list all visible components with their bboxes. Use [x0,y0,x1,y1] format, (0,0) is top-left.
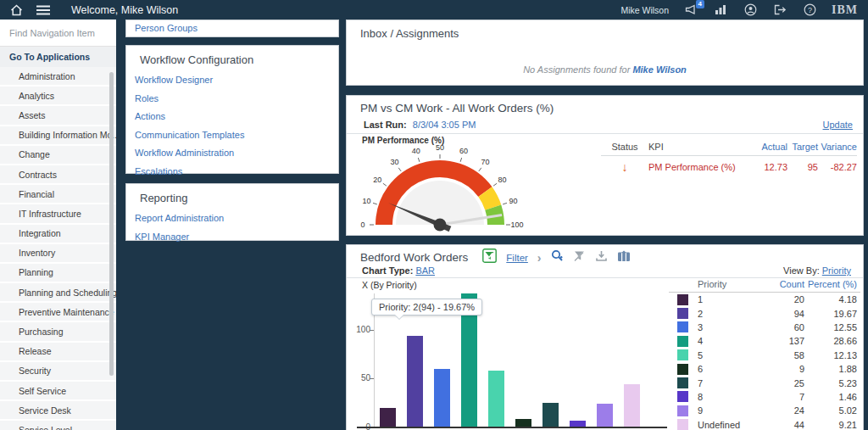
col-actual[interactable]: Actual [750,142,787,152]
table-row[interactable]: 55812.13 [669,349,860,362]
col-percent[interactable]: Percent (%) [804,279,857,289]
gauge-tick-label: 60 [459,147,468,155]
search-input[interactable] [0,20,116,47]
cell-count: 24 [762,405,804,416]
sidebar-item[interactable]: Contracts [0,165,116,183]
sidebar-item[interactable]: Planning and Scheduling [0,283,116,301]
col-status[interactable]: Status [601,142,648,152]
gauge-segment [485,192,492,207]
bar[interactable] [597,404,613,427]
card-title: Inbox / Assignments [360,27,459,40]
view-by-link[interactable]: Priority [822,265,851,276]
announcement-icon[interactable]: 4 [683,3,698,17]
col-priority[interactable]: Priority [698,279,762,289]
home-icon[interactable] [8,3,24,17]
bar[interactable] [488,371,504,427]
filter-link[interactable]: Filter [506,253,528,263]
cell-count: 58 [762,350,804,360]
gauge-tick-label: 40 [412,147,420,155]
y-axis-tick [370,378,374,379]
table-row[interactable]: 413728.66 [669,334,860,348]
update-link[interactable]: Update [823,120,853,130]
navbar-username[interactable]: Mike Wilson [620,5,669,15]
sidebar-item[interactable]: Administration [0,67,116,85]
sidebar-item[interactable]: Assets [0,106,116,124]
card-link[interactable]: Actions [135,111,338,121]
bar[interactable] [624,384,640,427]
color-swatch [677,391,688,402]
card-link[interactable]: Escalations [135,166,338,176]
chart-type-link[interactable]: BAR [415,265,435,276]
col-count[interactable]: Count [762,279,804,289]
sidebar-item[interactable]: IT Infrastructure [0,204,116,222]
menu-icon[interactable] [36,3,51,17]
bar[interactable] [380,408,396,427]
color-swatch-cell [669,405,698,416]
person-groups-link[interactable]: Person Groups [135,23,198,33]
color-swatch [677,308,688,319]
ibm-logo: IBM [832,3,858,17]
cell-count: 44 [762,420,804,430]
gauge-tick-label: 10 [362,197,370,205]
card-link[interactable]: KPI Manager [135,232,338,242]
color-swatch-cell [669,364,698,375]
table-row[interactable]: 7255.23 [669,376,860,389]
card-link[interactable]: Communication Templates [135,130,338,140]
col-target[interactable]: Target [787,142,818,152]
view-by: View By: Priority [783,265,851,276]
sidebar-item[interactable]: Inventory [0,244,116,262]
workflow-configuration-card: Workflow Configuration Workflow Designer… [125,45,339,174]
cell-percent: 1.88 [804,364,857,374]
table-row[interactable]: Undefined449.21 [669,418,860,430]
sidebar-item[interactable]: Planning [0,264,116,282]
priority-table-body: 1204.1829419.6736012.55413728.6655812.13… [669,293,860,430]
table-row[interactable]: 691.88 [669,362,860,376]
sidebar-item[interactable]: Purchasing [0,322,116,340]
sidebar-item[interactable]: Building Information Mo... [0,126,116,144]
y-axis-tick-label: 50 [348,373,370,383]
sidebar-item[interactable]: Self Service [0,382,116,399]
sidebar-item[interactable]: Security [0,362,116,380]
help-icon[interactable]: ? [802,3,817,17]
table-row[interactable]: 36012.55 [669,321,860,334]
table-row[interactable]: 871.46 [669,390,860,404]
bar[interactable] [407,336,423,427]
table-row[interactable]: 9245.02 [669,404,860,417]
color-swatch [677,349,688,360]
col-kpi[interactable]: KPI [648,142,750,152]
kpi-table-row[interactable]: ↓ PM Performance (%) 12.73 95 -82.27 [601,156,857,178]
user-icon[interactable] [743,3,758,17]
card-link[interactable]: Roles [135,93,338,103]
cell-priority: 2 [698,309,762,319]
color-swatch-cell [669,377,698,388]
card-link[interactable]: Workflow Administration [135,148,338,158]
sidebar-item[interactable]: Financial [0,185,116,203]
sidebar-item[interactable]: Preventive Maintenance [0,303,116,321]
bar[interactable] [434,369,450,427]
sidebar-item[interactable]: Service Level [0,421,116,430]
clear-filter-icon[interactable] [573,250,586,265]
sidebar-item[interactable]: Release [0,343,116,360]
sidebar-scrollbar[interactable] [109,72,114,376]
download-icon[interactable] [595,250,608,265]
logout-icon[interactable] [772,3,787,17]
sidebar-item[interactable]: Service Desk [0,401,116,419]
bar[interactable] [542,403,559,427]
kpi-name[interactable]: PM Performance (%) [648,162,750,172]
card-link[interactable]: Report Administration [135,213,338,223]
open-panel-icon[interactable] [617,250,631,265]
card-link[interactable]: Workflow Designer [135,75,338,85]
col-variance[interactable]: Variance [818,142,857,152]
search-icon[interactable] [551,249,564,265]
table-row[interactable]: 1204.18 [669,293,860,306]
chevron-right-icon[interactable]: › [537,253,542,263]
sidebar-item[interactable]: Integration [0,225,116,243]
sidebar-item[interactable]: Analytics [0,87,116,104]
user-link[interactable]: Mike Wilson [632,64,686,75]
last-run-value[interactable]: 8/3/04 3:05 PM [413,120,476,130]
bar-chart-icon[interactable] [713,3,728,17]
filter-applied-icon[interactable] [482,249,497,266]
top-navbar: Welcome, Mike Wilson Mike Wilson 4 ? IBM [0,0,868,20]
table-row[interactable]: 29419.67 [669,306,860,320]
sidebar-item[interactable]: Change [0,146,116,164]
